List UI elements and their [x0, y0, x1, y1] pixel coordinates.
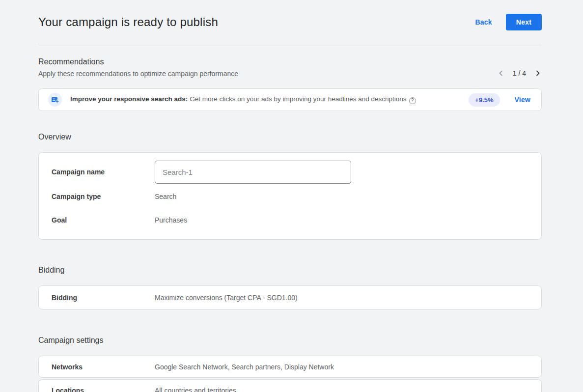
locations-card: Locations All countries and territories — [38, 379, 542, 392]
bidding-heading: Bidding — [38, 266, 542, 275]
locations-value: All countries and territories — [155, 387, 236, 392]
locations-label: Locations — [52, 387, 155, 392]
campaign-type-row: Campaign type Search — [52, 185, 528, 208]
recommendation-card: Improve your responsive search ads:Get m… — [38, 88, 542, 111]
recommendation-description: Get more clicks on your ads by improving… — [190, 95, 406, 103]
responsive-search-ad-icon — [48, 93, 62, 107]
campaign-name-row: Campaign name — [52, 160, 528, 184]
campaign-review-page: Your campaign is ready to publish Back N… — [38, 0, 542, 392]
campaign-settings-heading: Campaign settings — [38, 336, 542, 345]
bidding-card: Bidding Maximize conversions (Target CPA… — [38, 285, 542, 309]
header-actions: Back Next — [475, 14, 542, 30]
recommendations-header: Recommendations Apply these recommendati… — [38, 57, 542, 78]
pager-next-button[interactable] — [534, 69, 542, 77]
networks-label: Networks — [52, 363, 155, 371]
pager-count: 1 / 4 — [513, 69, 526, 77]
campaign-name-label: Campaign name — [52, 168, 155, 176]
header: Your campaign is ready to publish Back N… — [38, 0, 542, 30]
chevron-right-icon — [535, 70, 541, 76]
pager-prev-button[interactable] — [497, 69, 505, 77]
back-button[interactable]: Back — [475, 18, 492, 26]
view-recommendation-button[interactable]: View — [513, 96, 532, 104]
recommendations-subtitle: Apply these recommendations to optimize … — [38, 70, 238, 78]
campaign-type-label: Campaign type — [52, 193, 155, 200]
header-divider — [38, 44, 542, 44]
help-icon[interactable]: ? — [409, 97, 416, 104]
recommendations-pager: 1 / 4 — [497, 69, 542, 78]
recommendation-text: Improve your responsive search ads:Get m… — [70, 95, 469, 104]
networks-card: Networks Google Search Network, Search p… — [38, 356, 542, 378]
overview-card: Campaign name Campaign type Search Goal … — [38, 152, 542, 240]
bidding-value: Maximize conversions (Target CPA - SGD1.… — [155, 294, 298, 302]
recommendation-title: Improve your responsive search ads: — [70, 95, 188, 103]
campaign-name-input[interactable] — [155, 161, 351, 184]
bidding-label: Bidding — [52, 294, 155, 302]
uplift-badge: +9.5% — [469, 93, 500, 107]
recommendations-titles: Recommendations Apply these recommendati… — [38, 57, 238, 78]
next-button[interactable]: Next — [506, 14, 542, 30]
goal-row: Goal Purchases — [52, 208, 528, 232]
goal-value: Purchases — [155, 216, 187, 224]
page-title: Your campaign is ready to publish — [38, 15, 218, 29]
recommendations-heading: Recommendations — [38, 57, 238, 66]
chevron-left-icon — [498, 70, 504, 76]
overview-heading: Overview — [38, 133, 542, 141]
goal-label: Goal — [52, 216, 155, 224]
campaign-type-value: Search — [155, 193, 176, 200]
networks-value: Google Search Network, Search partners, … — [155, 363, 334, 371]
